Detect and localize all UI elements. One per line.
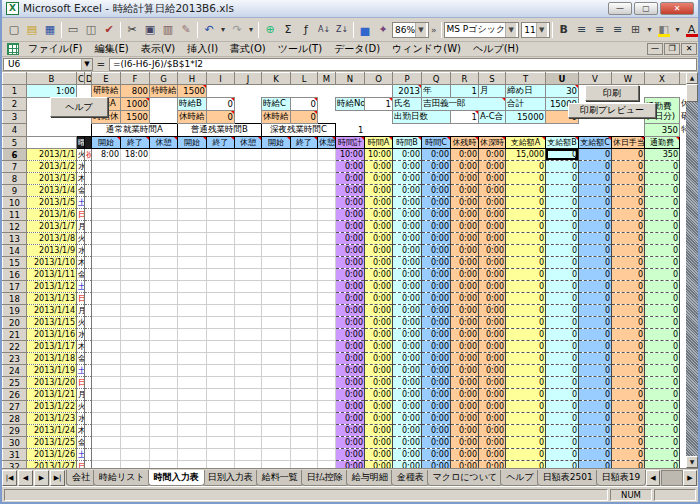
weekday-cell[interactable]: 土 bbox=[77, 281, 85, 293]
time-entry-cell[interactable] bbox=[150, 353, 178, 365]
time-entry-cell[interactable] bbox=[318, 413, 336, 425]
time-entry-cell[interactable] bbox=[262, 365, 291, 377]
time-entry-cell[interactable] bbox=[291, 341, 318, 353]
value-cell[interactable]: 0 bbox=[546, 365, 579, 377]
time-entry-cell[interactable] bbox=[207, 209, 235, 221]
value-cell[interactable]: 0:00 bbox=[336, 245, 365, 257]
value-cell[interactable]: 0:00 bbox=[422, 173, 451, 185]
time-entry-cell[interactable] bbox=[178, 149, 207, 161]
value-cell[interactable]: 0 bbox=[546, 329, 579, 341]
time-entry-cell[interactable] bbox=[121, 389, 150, 401]
weekday-cell[interactable]: 金 bbox=[77, 437, 85, 449]
column-header-J[interactable]: J bbox=[235, 73, 262, 85]
column-header-P[interactable]: P bbox=[393, 73, 422, 85]
value-cell[interactable]: 0:00 bbox=[422, 149, 451, 161]
time-entry-cell[interactable] bbox=[235, 377, 262, 389]
value-cell[interactable]: 0 bbox=[506, 341, 546, 353]
value-cell[interactable]: 0:00 bbox=[365, 185, 393, 197]
value-cell[interactable]: 0:00 bbox=[393, 449, 422, 461]
value-cell[interactable]: 0:00 bbox=[336, 209, 365, 221]
value-cell[interactable]: 0 bbox=[546, 197, 579, 209]
cell[interactable]: 時給C bbox=[262, 98, 291, 111]
time-entry-cell[interactable] bbox=[92, 293, 121, 305]
value-cell[interactable]: 0 bbox=[506, 413, 546, 425]
time-entry-cell[interactable] bbox=[318, 341, 336, 353]
value-cell[interactable]: 0:00 bbox=[479, 317, 506, 329]
value-cell[interactable]: 0:00 bbox=[365, 425, 393, 437]
holiday-flag-cell[interactable] bbox=[85, 233, 92, 245]
cell[interactable]: 時給No bbox=[336, 98, 365, 111]
value-cell[interactable]: 0:00 bbox=[422, 161, 451, 173]
value-cell[interactable]: 0 bbox=[506, 353, 546, 365]
row-header-24[interactable]: 24 bbox=[3, 365, 27, 377]
value-cell[interactable]: 0:00 bbox=[451, 257, 479, 269]
value-cell[interactable]: 0:00 bbox=[422, 401, 451, 413]
holiday-flag-cell[interactable] bbox=[85, 317, 92, 329]
value-cell[interactable]: 0 bbox=[546, 413, 579, 425]
time-entry-cell[interactable] bbox=[178, 341, 207, 353]
time-entry-cell[interactable] bbox=[178, 185, 207, 197]
value-cell[interactable]: 0:00 bbox=[393, 233, 422, 245]
column-header-I[interactable]: I bbox=[207, 73, 235, 85]
time-entry-cell[interactable] bbox=[235, 149, 262, 161]
cell[interactable]: 1500 bbox=[121, 111, 150, 124]
value-cell[interactable]: 0 bbox=[579, 149, 612, 161]
new-document-icon[interactable]: ▢ bbox=[5, 21, 23, 39]
borders-icon[interactable]: ⊞ bbox=[627, 21, 645, 39]
time-entry-cell[interactable] bbox=[92, 341, 121, 353]
time-entry-cell[interactable] bbox=[291, 281, 318, 293]
value-cell[interactable]: 0 bbox=[506, 269, 546, 281]
value-cell[interactable]: 0:00 bbox=[479, 185, 506, 197]
cell[interactable]: 時給B bbox=[178, 98, 207, 111]
cell[interactable] bbox=[422, 124, 451, 137]
time-entry-cell[interactable] bbox=[150, 329, 178, 341]
value-cell[interactable]: 0:00 bbox=[451, 281, 479, 293]
value-cell[interactable]: 0 bbox=[645, 209, 680, 221]
time-entry-cell[interactable] bbox=[207, 161, 235, 173]
date-cell[interactable]: 2013/1/16 bbox=[27, 329, 77, 341]
time-entry-cell[interactable] bbox=[262, 305, 291, 317]
value-cell[interactable]: 0 bbox=[579, 365, 612, 377]
time-entry-cell[interactable] bbox=[262, 233, 291, 245]
value-cell[interactable]: 0:00 bbox=[393, 329, 422, 341]
value-cell[interactable]: 0:00 bbox=[451, 461, 479, 469]
time-entry-cell[interactable] bbox=[291, 209, 318, 221]
date-cell[interactable]: 2013/1/15 bbox=[27, 317, 77, 329]
weekday-cell[interactable]: 月 bbox=[77, 221, 85, 233]
row-header-10[interactable]: 10 bbox=[3, 197, 27, 209]
time-entry-cell[interactable] bbox=[318, 269, 336, 281]
time-entry-cell[interactable] bbox=[318, 449, 336, 461]
value-cell[interactable]: 0 bbox=[612, 209, 645, 221]
cell[interactable] bbox=[85, 85, 92, 98]
value-cell[interactable]: 0:00 bbox=[479, 329, 506, 341]
value-cell[interactable]: 0 bbox=[506, 161, 546, 173]
time-entry-cell[interactable] bbox=[121, 197, 150, 209]
undo-dropdown-icon[interactable]: ▾ bbox=[218, 21, 228, 39]
value-cell[interactable]: 0 bbox=[546, 449, 579, 461]
value-cell[interactable]: 0:00 bbox=[365, 341, 393, 353]
value-cell[interactable]: 0:00 bbox=[479, 341, 506, 353]
time-entry-cell[interactable] bbox=[262, 449, 291, 461]
menu-item-2[interactable]: 表示(V) bbox=[135, 42, 182, 56]
value-cell[interactable]: 0:00 bbox=[451, 341, 479, 353]
value-cell[interactable]: 0:00 bbox=[393, 221, 422, 233]
time-entry-cell[interactable] bbox=[318, 293, 336, 305]
value-cell[interactable]: 0 bbox=[612, 269, 645, 281]
holiday-flag-cell[interactable] bbox=[85, 281, 92, 293]
time-entry-cell[interactable] bbox=[207, 449, 235, 461]
value-cell[interactable]: 0 bbox=[506, 293, 546, 305]
time-entry-cell[interactable] bbox=[291, 173, 318, 185]
row-header-16[interactable]: 16 bbox=[3, 269, 27, 281]
vertical-scroll-track[interactable] bbox=[686, 102, 698, 456]
time-entry-cell[interactable] bbox=[207, 377, 235, 389]
weekday-cell[interactable]: 水 bbox=[77, 329, 85, 341]
time-entry-cell[interactable] bbox=[207, 425, 235, 437]
value-cell[interactable]: 0:00 bbox=[393, 173, 422, 185]
time-entry-cell[interactable] bbox=[318, 305, 336, 317]
time-entry-cell[interactable] bbox=[92, 281, 121, 293]
column-header-V[interactable]: V bbox=[579, 73, 612, 85]
time-entry-cell[interactable] bbox=[291, 269, 318, 281]
time-entry-cell[interactable] bbox=[92, 365, 121, 377]
value-cell[interactable]: 0:00 bbox=[393, 317, 422, 329]
time-entry-cell[interactable] bbox=[262, 461, 291, 469]
